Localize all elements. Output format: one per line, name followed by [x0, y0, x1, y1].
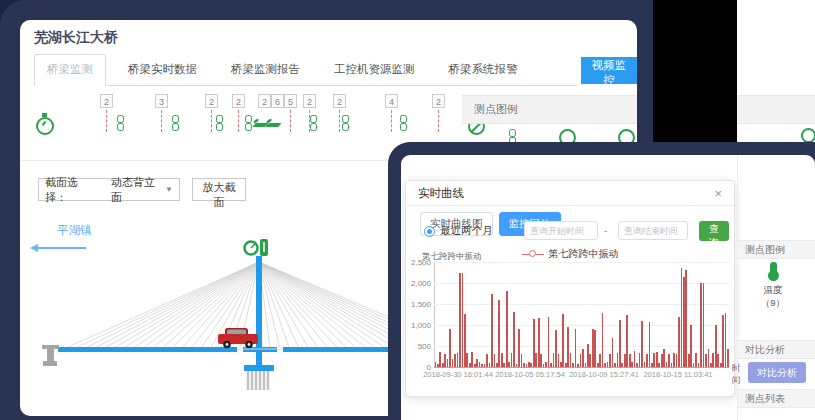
y-tick-label: 1,000 [406, 321, 431, 330]
chart-bar [471, 352, 473, 367]
direction-label: 平湖镇 [57, 223, 92, 238]
tab-main-3[interactable]: 工控机资源监测 [322, 55, 427, 85]
chain-link-icon [309, 115, 318, 131]
section-select[interactable]: 截面选择： 动态背立面 ▼ [38, 178, 180, 201]
main-tabbar: 桥梁监测桥梁实时数据桥梁监测报告工控机资源监测桥梁系统报警 [34, 56, 577, 86]
chart-bar [658, 363, 660, 367]
pier-piles [248, 371, 268, 390]
chart-bar [685, 270, 687, 367]
chart-bar [688, 354, 690, 367]
chart-bar [575, 329, 577, 367]
pier-cap [244, 365, 274, 371]
chart-bar [464, 314, 466, 367]
chart-bar [681, 268, 683, 367]
x-tick-label: 2018-10-05 05:17:54 [488, 370, 572, 379]
chart-bar [725, 313, 727, 367]
point-list-header: 测点列表 [738, 389, 815, 408]
chart-bar [641, 321, 643, 367]
chart-bar [710, 363, 712, 367]
temperature-label: 温度 [750, 284, 796, 297]
background-panel-header [737, 95, 815, 124]
tab-main-1[interactable]: 桥梁实时数据 [116, 55, 209, 85]
bridge-deck [58, 347, 237, 352]
tab-main-4[interactable]: 桥梁系统报警 [437, 55, 530, 85]
chart-bar [693, 363, 695, 367]
chart-bar [619, 320, 621, 367]
chart-bar [439, 352, 441, 367]
chart-bar [717, 354, 719, 367]
chart-bar [565, 363, 567, 367]
tab-main-0[interactable]: 桥梁监测 [34, 54, 106, 86]
chart-bar [644, 362, 646, 367]
car-image [218, 328, 258, 348]
vibration-chart: 时间 2,5002,0001,5001,00050002018-09-30 16… [406, 181, 736, 398]
chart-bar [639, 353, 641, 367]
thermometer-icon [770, 262, 777, 274]
chart-bar [676, 354, 678, 367]
chart-bar [722, 315, 724, 368]
chart-bar [447, 359, 449, 367]
chart-bar [567, 327, 569, 367]
chart-bar [609, 354, 611, 367]
chart-bar [526, 364, 528, 367]
modal-window: 实时曲线 × 实时曲线图监控回放 最近两个月 - 查询 第七跨跨中振动 第七跨跨… [401, 155, 815, 420]
compare-analysis-button[interactable]: 对比分析 [748, 362, 806, 383]
sensor-count-badge: 2 [432, 94, 445, 108]
chart-bar [604, 363, 606, 367]
chart-bar [521, 354, 523, 367]
chart-bar [673, 353, 675, 367]
chart-bar [695, 353, 697, 367]
sensor-count-badge: 2 [333, 94, 346, 108]
temperature-legend-item[interactable]: 温度 （9） [750, 262, 796, 310]
chain-link-icon [399, 115, 408, 131]
chart-bar [646, 354, 648, 367]
abutment-pier [42, 345, 59, 366]
legend-circle-icon [801, 128, 815, 142]
chart-bar [498, 300, 500, 367]
chart-bar [668, 354, 670, 367]
chart-bar [516, 364, 518, 367]
chart-bar [698, 363, 700, 367]
chart-bar [636, 363, 638, 367]
enlarge-section-button[interactable]: 放大截面 [192, 178, 246, 201]
video-monitor-button[interactable]: 视频监控 [581, 57, 637, 84]
chart-bar [666, 362, 668, 367]
chart-bar [720, 363, 722, 367]
chart-bar [624, 354, 626, 367]
dashed-line [238, 110, 239, 132]
section-select-value: 动态背立面 [111, 175, 165, 205]
chart-bar [491, 294, 493, 368]
chart-bar [550, 363, 552, 367]
chart-bar [494, 354, 496, 367]
chart-bar [621, 363, 623, 367]
y-tick-label: 1,500 [406, 300, 431, 309]
chart-bar [580, 354, 582, 367]
chart-bar [614, 363, 616, 367]
caret-down-icon: ▼ [165, 185, 173, 194]
tab-main-2[interactable]: 桥梁监测报告 [219, 55, 312, 85]
chart-bar [479, 362, 481, 367]
sensor-count-badge: 2 [258, 94, 271, 108]
sensor-count-badge: 4 [385, 94, 398, 108]
chart-bar [481, 364, 483, 367]
sensor-count-badge: 2 [232, 94, 245, 108]
chain-link-icon [215, 115, 224, 131]
chart-bar [597, 363, 599, 367]
chart-bar [587, 344, 589, 367]
chart-bar [548, 317, 550, 367]
chart-bar [629, 354, 631, 367]
sensor-count-badge: 2 [303, 94, 316, 108]
chart-bar [582, 349, 584, 367]
chart-bar [599, 354, 601, 367]
chart-bar [634, 351, 636, 367]
section-select-label: 截面选择： [39, 175, 99, 205]
sensor-count-badge: 3 [155, 94, 168, 108]
chart-bar [558, 354, 560, 367]
chart-bar [496, 363, 498, 367]
chart-bar [700, 283, 702, 367]
chart-bar [570, 353, 572, 367]
chart-bar [683, 277, 685, 367]
chart-bar [555, 330, 557, 367]
chart-bar [442, 363, 444, 367]
chart-bar [489, 363, 491, 367]
